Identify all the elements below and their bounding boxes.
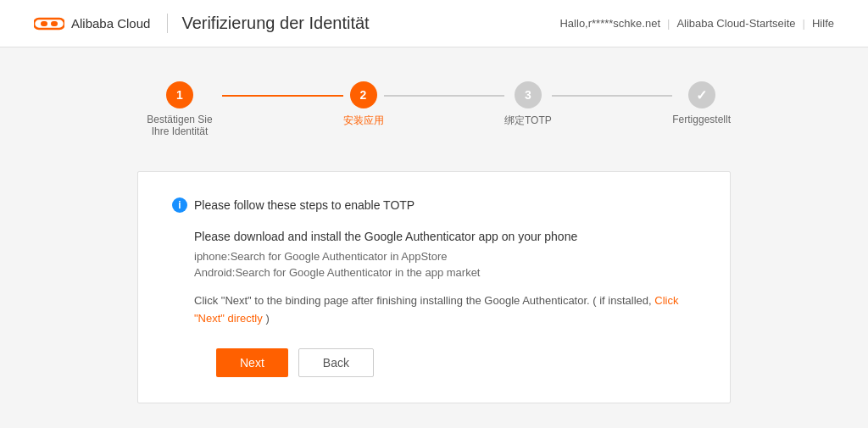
instruction-android: Android:Search for Google Authenticator … <box>194 266 696 279</box>
header: Alibaba Cloud Verifizierung der Identitä… <box>0 0 868 47</box>
step-2: 2 安装应用 <box>343 81 384 128</box>
main-content: 1 Bestätigen Sie Ihre Identität 2 安装应用 3… <box>0 47 868 420</box>
info-header: i Please follow these steps to enable TO… <box>172 197 696 213</box>
step-2-label: 安装应用 <box>343 114 384 128</box>
checkmark-icon <box>696 87 707 103</box>
logo-text: Alibaba Cloud <box>71 16 150 31</box>
page-title: Verifizierung der Identität <box>167 14 369 33</box>
instruction-main: Please download and install the Google A… <box>194 230 696 243</box>
instruction-next-suffix: ) <box>265 312 269 325</box>
info-icon: i <box>172 197 187 213</box>
user-greeting: Hallo,r*****schke.net <box>559 17 660 30</box>
connector-3-4 <box>552 95 673 97</box>
step-4-label: Fertiggestellt <box>672 114 731 125</box>
connector-1-2 <box>222 95 343 97</box>
step-1-label: Bestätigen Sie Ihre Identität <box>137 114 222 137</box>
step-3-label: 绑定TOTP <box>504 114 552 128</box>
step-1-circle: 1 <box>166 81 193 108</box>
instruction-next-prefix: Click "Next" to the binding page after f… <box>194 294 652 307</box>
logo: Alibaba Cloud <box>34 14 150 34</box>
nav-help-link[interactable]: Hilfe <box>812 17 834 30</box>
svg-rect-2 <box>51 21 58 26</box>
svg-rect-1 <box>41 21 47 26</box>
alibaba-cloud-logo-icon <box>34 14 64 34</box>
info-title: Please follow these steps to enable TOTP <box>194 198 415 212</box>
stepper: 1 Bestätigen Sie Ihre Identität 2 安装应用 3… <box>137 81 731 137</box>
back-button[interactable]: Back <box>298 348 374 377</box>
step-4-circle <box>688 81 715 108</box>
step-4: Fertiggestellt <box>672 81 731 125</box>
step-2-circle: 2 <box>350 81 377 108</box>
divider-1: | <box>667 17 670 30</box>
button-row: Next Back <box>194 348 696 377</box>
header-nav: Hallo,r*****schke.net | Alibaba Cloud-St… <box>559 17 834 30</box>
connector-2-3 <box>384 95 505 97</box>
next-button[interactable]: Next <box>216 348 288 377</box>
content-area: Please download and install the Google A… <box>172 230 696 377</box>
instruction-iphone: iphone:Search for Google Authenticator i… <box>194 250 696 263</box>
divider-2: | <box>803 17 805 30</box>
svg-rect-0 <box>34 19 64 29</box>
instruction-next: Click "Next" to the binding page after f… <box>194 292 696 328</box>
nav-home-link[interactable]: Alibaba Cloud-Startseite <box>676 17 795 30</box>
info-section: i Please follow these steps to enable TO… <box>137 171 731 403</box>
step-3: 3 绑定TOTP <box>504 81 552 128</box>
header-left: Alibaba Cloud Verifizierung der Identitä… <box>34 14 370 34</box>
step-1: 1 Bestätigen Sie Ihre Identität <box>137 81 222 137</box>
step-3-circle: 3 <box>515 81 542 108</box>
